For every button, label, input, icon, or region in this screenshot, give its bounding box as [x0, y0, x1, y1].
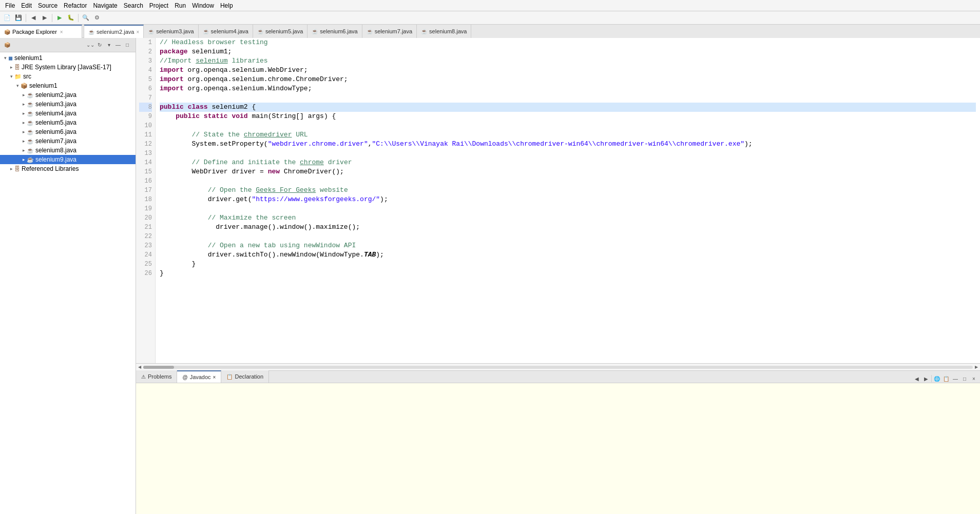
bottom-panel-close[interactable]: ×: [970, 374, 978, 383]
scroll-track[interactable]: [143, 366, 973, 369]
menu-refactor[interactable]: Refactor: [61, 1, 90, 10]
package-explorer-tab[interactable]: 📦 Package Explorer ×: [0, 25, 82, 38]
search-button[interactable]: 🔍: [81, 13, 91, 23]
panel-collapse-btn[interactable]: ⌄⌄: [86, 41, 94, 49]
bottom-panel-open-browser[interactable]: 🌐: [933, 374, 941, 383]
toggle-jre[interactable]: ▸: [8, 65, 14, 70]
tree-item-s8[interactable]: ▸ ☕ selenium8.java: [0, 146, 136, 155]
java-file-icon-4: ☕: [27, 110, 34, 117]
back-button[interactable]: ◀: [28, 13, 39, 23]
editor-hscrollbar[interactable]: ◀ ▶: [136, 363, 980, 370]
tree-item-s4[interactable]: ▸ ☕ selenium4.java: [0, 109, 136, 118]
tree-item-s7[interactable]: ▸ ☕ selenium7.java: [0, 136, 136, 146]
menu-help[interactable]: Help: [217, 1, 236, 10]
panel-min-btn[interactable]: —: [114, 41, 122, 49]
bottom-panel-max[interactable]: □: [960, 374, 969, 383]
toggle-s2[interactable]: ▸: [21, 92, 27, 97]
toggle-s4[interactable]: ▸: [21, 111, 27, 116]
code-line-23: // Open a new tab using newWindow API: [160, 241, 976, 250]
menu-window[interactable]: Window: [189, 1, 217, 10]
toggle-s7[interactable]: ▸: [21, 139, 27, 144]
tab-selenium7[interactable]: ☕ selenium7.java: [362, 25, 417, 38]
menu-navigate[interactable]: Navigate: [90, 1, 120, 10]
bottom-tab-problems[interactable]: ⚠ Problems: [136, 370, 177, 383]
tree-item-s5[interactable]: ▸ ☕ selenium5.java: [0, 118, 136, 127]
bottom-content: [136, 383, 980, 514]
code-9-kw2: static: [204, 112, 228, 121]
panel-max-btn[interactable]: □: [123, 41, 131, 49]
tree-item-s6[interactable]: ▸ ☕ selenium6.java: [0, 127, 136, 136]
tab-selenium6[interactable]: ☕ selenium6.java: [308, 25, 362, 38]
panel-menu-btn[interactable]: ▾: [105, 41, 113, 49]
tree-item-src[interactable]: ▾ 📁 src: [0, 72, 136, 81]
panel-sync-btn[interactable]: ↻: [95, 41, 104, 49]
menu-file[interactable]: File: [2, 1, 18, 10]
toggle-s9[interactable]: ▸: [21, 157, 27, 162]
toggle-src[interactable]: ▾: [8, 74, 14, 79]
toggle-s3[interactable]: ▸: [21, 102, 27, 107]
toggle-reflibs[interactable]: ▸: [8, 166, 14, 171]
toggle-pkg[interactable]: ▾: [14, 83, 21, 88]
bottom-tab-javadoc[interactable]: @ Javadoc ×: [177, 370, 221, 383]
code-9-kw1: public: [176, 112, 200, 121]
save-button[interactable]: 💾: [13, 13, 24, 23]
code-9-text: main(String[] args) {: [248, 112, 336, 121]
code-line-14: // Define and initiate the chrome driver: [160, 158, 976, 167]
tree-label-s3: selenium3.java: [35, 101, 76, 108]
menu-project[interactable]: Project: [146, 1, 171, 10]
ln-4: 4: [139, 66, 152, 75]
package-explorer-close[interactable]: ×: [60, 29, 63, 35]
tab-selenium2[interactable]: ☕ selenium2.java ×: [84, 25, 144, 38]
bottom-panel-copy[interactable]: 📋: [942, 374, 950, 383]
java-file-icon-9: ☕: [27, 156, 34, 163]
toggle-s8[interactable]: ▸: [21, 148, 27, 153]
tree-item-s3[interactable]: ▸ ☕ selenium3.java: [0, 100, 136, 109]
editor-content[interactable]: 1 2 3 4 5 6 7 8 9 10 11 12 13: [136, 38, 980, 363]
toggle-s5[interactable]: ▸: [21, 120, 27, 125]
code-lines[interactable]: // Headless browser testing package sele…: [156, 38, 980, 363]
bottom-panel-min[interactable]: —: [951, 374, 959, 383]
editor-right: 1 2 3 4 5 6 7 8 9 10 11 12 13: [136, 38, 980, 514]
tree-item-jre[interactable]: ▸ 🗄 JRE System Library [JavaSE-17]: [0, 63, 136, 72]
code-17-text2: website: [316, 186, 348, 195]
tab-selenium2-close[interactable]: ×: [136, 29, 139, 35]
toggle-s6[interactable]: ▸: [21, 129, 27, 134]
toggle-selenium1[interactable]: ▾: [2, 55, 8, 61]
bottom-panel-back[interactable]: ◀: [913, 374, 921, 383]
tree-item-reflibs[interactable]: ▸ 🗄 Referenced Libraries: [0, 164, 136, 173]
scroll-thumb[interactable]: [143, 366, 174, 369]
settings-button[interactable]: ⚙: [92, 13, 102, 23]
ln-9: 9: [139, 112, 152, 121]
menu-search[interactable]: Search: [121, 1, 146, 10]
tree-label-jre: JRE System Library [JavaSE-17]: [22, 64, 111, 71]
menu-edit[interactable]: Edit: [18, 1, 35, 10]
run-button[interactable]: ▶: [54, 13, 65, 23]
tree-item-s2[interactable]: ▸ ☕ selenium2.java: [0, 90, 136, 100]
toolbar-sep-2: [52, 14, 52, 22]
bottom-tab-javadoc-close[interactable]: ×: [213, 374, 216, 380]
tab-selenium4[interactable]: ☕ selenium4.java: [199, 25, 253, 38]
menu-run[interactable]: Run: [171, 1, 189, 10]
tree-item-s9[interactable]: ▸ ☕ selenium9.java: [0, 155, 136, 164]
code-line-2: package selenium1;: [160, 47, 976, 56]
scroll-right-arrow[interactable]: ▶: [975, 365, 978, 369]
java-file-icon-6: ☕: [27, 129, 34, 135]
tab-selenium3-label: selenium3.java: [156, 28, 194, 34]
scroll-left-arrow[interactable]: ◀: [138, 365, 141, 369]
bottom-panel-fwd[interactable]: ▶: [922, 374, 930, 383]
bottom-tab-declaration[interactable]: 📋 Declaration: [221, 370, 269, 383]
forward-button[interactable]: ▶: [40, 13, 50, 23]
tab-selenium5[interactable]: ☕ selenium5.java: [253, 25, 308, 38]
tree-item-pkg[interactable]: ▾ 📦 selenium1: [0, 81, 136, 90]
bottom-tab-declaration-label: Declaration: [235, 373, 263, 380]
debug-button[interactable]: 🐛: [66, 13, 76, 23]
bottom-panel: ⚠ Problems @ Javadoc × 📋 Declaration ◀: [136, 370, 980, 514]
menu-source[interactable]: Source: [35, 1, 61, 10]
tab-selenium3[interactable]: ☕ selenium3.java: [144, 25, 198, 38]
tab-selenium8[interactable]: ☕ selenium8.java: [417, 25, 471, 38]
tree-item-selenium1[interactable]: ▾ ◼ selenium1: [0, 53, 136, 63]
tree-label-s5: selenium5.java: [35, 119, 76, 126]
new-button[interactable]: 📄: [2, 13, 12, 23]
code-9-sp2: [228, 112, 232, 121]
code-15-indent: [160, 167, 191, 176]
